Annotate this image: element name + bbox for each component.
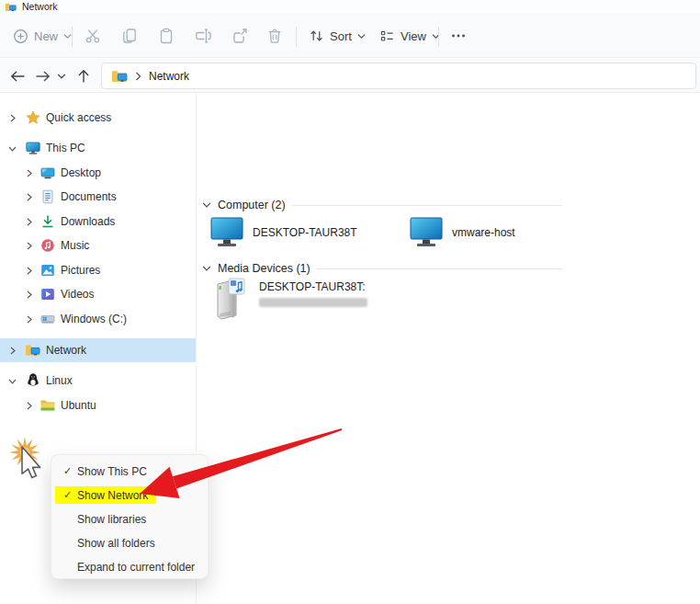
chevron-down-icon[interactable] [7,143,17,153]
chevron-right-icon[interactable] [24,192,33,201]
network-folder-icon [6,2,17,12]
breadcrumb-chevron-icon [135,72,141,81]
chevron-right-icon[interactable] [7,113,17,122]
network-icon [26,343,40,358]
view-button[interactable]: View [379,14,440,58]
file-explorer-window: Network New [0,0,700,604]
monitor-icon [26,141,40,155]
chevron-right-icon[interactable] [24,217,33,226]
rename-button[interactable] [195,28,211,44]
menu-item-expand-to-current-folder[interactable]: Expand to current folder [55,555,204,578]
chevron-down-icon [202,265,211,272]
share-icon [231,28,248,44]
sidebar-item-network[interactable]: Network [0,338,196,362]
folder-icon [40,398,55,413]
computer-icon [409,217,444,247]
redacted-text [259,298,367,307]
chevron-down-icon [202,201,211,209]
navigation-pane-context-menu: ✓ Show This PC ✓ Show Network Show libra… [51,454,209,579]
forward-arrow-icon [35,70,51,83]
toolbar-separator [72,27,73,47]
sidebar-item-desktop[interactable]: Desktop [0,161,196,185]
menu-item-show-this-pc[interactable]: ✓ Show This PC [55,460,204,483]
check-icon: ✓ [55,465,77,477]
check-icon: ✓ [55,489,77,501]
group-divider [317,268,562,269]
download-icon [40,214,55,229]
delete-button[interactable] [266,28,283,44]
new-button[interactable]: New [13,14,72,58]
sidebar-item-this-pc[interactable]: This PC [0,136,196,160]
chevron-right-icon[interactable] [24,241,33,250]
tab-title: Network [22,1,58,12]
sort-button[interactable]: Sort [309,14,366,58]
sidebar-item-documents[interactable]: Documents [0,185,196,209]
computer-item-vmware-host[interactable]: vmware-host [409,217,515,247]
sidebar-item-pictures[interactable]: Pictures [0,258,196,282]
items-view: Computer (2) DESKTOP-TAUR38T vmware-host [197,93,700,604]
group-header-media-devices[interactable]: Media Devices (1) [202,260,562,277]
music-icon [40,238,55,253]
sidebar-item-linux[interactable]: Linux [0,369,196,393]
chevron-down-icon [57,73,66,80]
linux-icon [26,372,40,387]
new-label: New [34,29,58,43]
up-arrow-icon [77,69,90,84]
chevron-down-icon [63,33,72,40]
media-device-item[interactable]: DESKTOP-TAUR38T: [212,277,367,321]
menu-item-show-network[interactable]: ✓ Show Network [55,484,204,507]
breadcrumb[interactable]: Network [149,70,189,83]
chevron-right-icon[interactable] [24,290,33,299]
chevron-right-icon[interactable] [7,346,17,355]
more-button[interactable] [450,14,467,58]
sidebar-item-downloads[interactable]: Downloads [0,210,196,234]
back-arrow-icon [10,70,26,83]
computer-item-desktop-taur38t[interactable]: DESKTOP-TAUR38T [209,217,357,247]
paste-icon [158,28,175,44]
group-divider [292,205,562,206]
share-button[interactable] [231,28,248,44]
network-folder-icon [112,69,128,83]
document-icon [40,189,55,204]
sort-label: Sort [330,29,352,43]
toolbar-separator [296,27,297,47]
group-header-computer[interactable]: Computer (2) [202,197,562,213]
sidebar-item-windows-c[interactable]: Windows (C:) [0,307,196,331]
view-icon [379,28,395,43]
tab-network[interactable]: Network [6,1,58,12]
chevron-down-icon [357,33,366,40]
tab-bar: Network [0,0,700,14]
pictures-icon [40,263,55,278]
toolbar-separator [438,27,439,47]
rename-icon [195,28,211,44]
chevron-right-icon[interactable] [24,314,33,324]
delete-icon [266,28,283,44]
forward-button[interactable] [30,64,54,88]
media-device-icon [212,277,251,321]
recent-locations-button[interactable] [53,64,70,88]
address-input[interactable]: Network [101,63,696,89]
sidebar-item-ubuntu[interactable]: Ubuntu [0,393,196,417]
star-icon [26,110,40,125]
chevron-down-icon[interactable] [7,376,17,385]
sidebar-item-quick-access[interactable]: Quick access [0,106,196,130]
chevron-right-icon[interactable] [24,266,33,275]
paste-button[interactable] [158,28,175,44]
sidebar-item-music[interactable]: Music [0,234,196,257]
cut-button[interactable] [85,28,101,44]
desktop-icon [40,165,55,180]
up-button[interactable] [72,64,96,88]
cut-icon [85,28,101,44]
copy-icon [121,28,138,44]
videos-icon [40,287,55,302]
drive-icon [40,312,55,326]
sort-icon [309,28,324,43]
chevron-right-icon[interactable] [24,168,33,177]
sidebar-item-videos[interactable]: Videos [0,282,196,306]
back-button[interactable] [6,64,29,88]
address-bar: Network [0,59,700,93]
menu-item-show-all-folders[interactable]: Show all folders [55,531,204,554]
menu-item-show-libraries[interactable]: Show libraries [55,507,204,530]
chevron-right-icon[interactable] [24,401,33,410]
copy-button[interactable] [121,28,138,44]
